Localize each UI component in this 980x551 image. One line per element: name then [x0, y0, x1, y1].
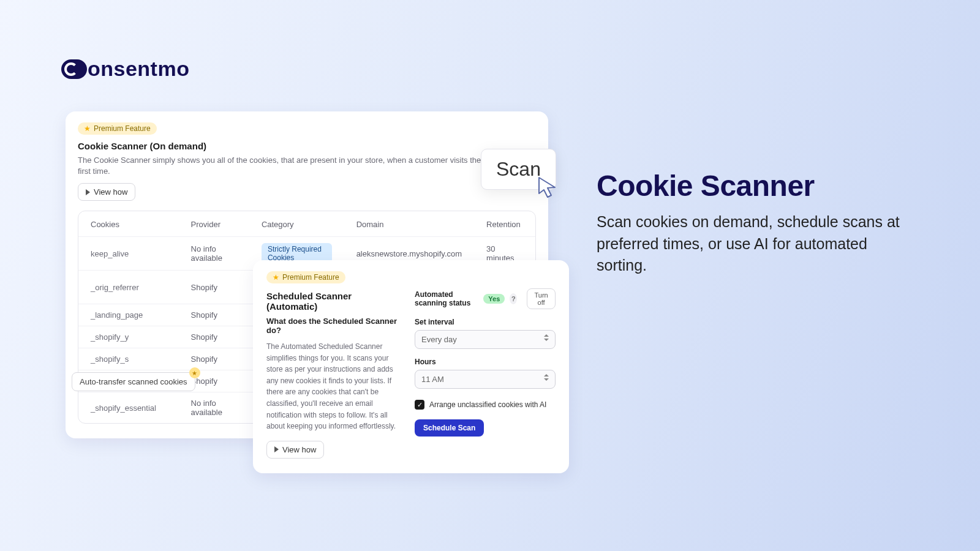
sched-subtitle: What does the Scheduled Scanner do? [266, 317, 398, 335]
col-retention: Retention [474, 211, 535, 237]
svg-marker-0 [539, 178, 555, 197]
cell-cookie: _shopify_s [78, 348, 179, 370]
hours-select[interactable]: 11 AM [415, 370, 556, 389]
marketing-description: Scan cookies on demand, schedule scans a… [597, 211, 903, 277]
cell-provider: No info available [179, 392, 249, 424]
ai-checkbox-row[interactable]: ✓ Arrange unclassified cookies with AI [415, 400, 556, 410]
autotransfer-wrap: Auto-transfer scanned cookies ★ [72, 372, 195, 391]
brand-name: onsentmo [88, 57, 189, 81]
sched-title: Scheduled Scanner (Automatic) [266, 291, 398, 312]
col-domain: Domain [344, 211, 474, 237]
hours-label: Hours [415, 358, 556, 366]
view-how-button[interactable]: View how [266, 441, 324, 459]
marketing-title: Cookie Scanner [597, 169, 903, 203]
col-provider: Provider [179, 211, 249, 237]
cursor-icon [537, 175, 561, 200]
star-icon: ★ [84, 124, 91, 133]
help-icon[interactable]: ? [510, 293, 517, 304]
cell-provider: No info available [179, 237, 249, 271]
col-category: Category [249, 211, 344, 237]
checkbox-checked-icon: ✓ [415, 400, 424, 410]
cell-provider: Shopify [179, 304, 249, 326]
cell-cookie: _orig_referrer [78, 271, 179, 304]
cell-cookie: _shopify_y [78, 326, 179, 348]
panel-description: The Cookie Scanner simply shows you all … [78, 155, 536, 177]
interval-label: Set interval [415, 318, 556, 326]
cell-cookie: _shopify_essential [78, 392, 179, 424]
status-label: Automated scanning status [415, 290, 478, 307]
panel-title: Cookie Scanner (On demand) [78, 141, 536, 151]
turn-off-button[interactable]: Turn off [527, 288, 556, 309]
cell-provider: Shopify [179, 271, 249, 304]
premium-badge: ★ Premium Feature [266, 271, 345, 283]
star-icon: ★ [189, 367, 200, 378]
cell-provider: Shopify [179, 348, 249, 370]
star-icon: ★ [273, 273, 279, 282]
sched-description: The Automated Scheduled Scanner simplifi… [266, 341, 398, 432]
brand-logo: onsentmo [61, 57, 189, 81]
view-how-button[interactable]: View how [78, 183, 135, 201]
scheduled-scanner-panel: ★ Premium Feature Scheduled Scanner (Aut… [253, 260, 569, 473]
cell-cookie: _landing_page [78, 304, 179, 326]
cell-cookie: keep_alive [78, 237, 179, 271]
status-value: Yes [483, 294, 505, 304]
cell-provider: Shopify [179, 326, 249, 348]
premium-badge: ★ Premium Feature [78, 122, 157, 135]
col-cookies: Cookies [78, 211, 179, 237]
interval-select[interactable]: Every day [415, 330, 556, 349]
auto-transfer-button[interactable]: Auto-transfer scanned cookies ★ [72, 372, 195, 391]
schedule-scan-button[interactable]: Schedule Scan [415, 419, 484, 437]
marketing-block: Cookie Scanner Scan cookies on demand, s… [597, 169, 903, 277]
logo-mark-icon [61, 59, 87, 79]
